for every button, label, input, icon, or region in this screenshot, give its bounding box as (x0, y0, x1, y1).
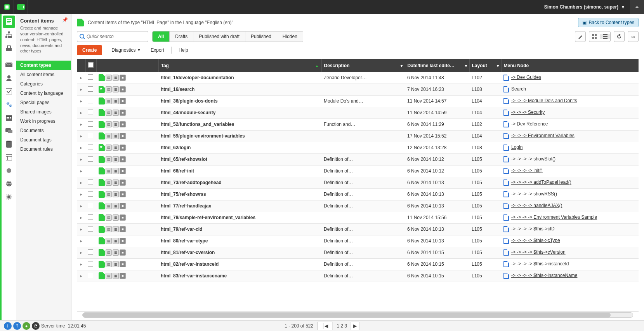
cell-menu-link[interactable]: Search (511, 86, 526, 92)
action-icon[interactable]: ■ (120, 191, 126, 197)
col-description[interactable]: Description▾ (321, 59, 405, 72)
row-checkbox[interactable] (88, 249, 93, 255)
page-next[interactable]: ▶ (351, 322, 359, 330)
filter-pill[interactable]: Published with draft (193, 31, 245, 42)
user-menu[interactable]: Simon Chambers (simonc, super) ▼ (540, 4, 630, 10)
action-icon[interactable]: ■ (120, 75, 126, 81)
action-icon[interactable]: ▤ (106, 168, 112, 174)
row-checkbox[interactable] (88, 191, 93, 197)
view-switch[interactable] (589, 31, 611, 42)
rail-mail-icon[interactable] (3, 59, 15, 71)
create-button[interactable]: Create (77, 45, 102, 55)
rail-clipboard-icon[interactable] (3, 138, 15, 150)
action-icon[interactable]: ▤ (106, 145, 112, 151)
action-icon[interactable]: ■ (120, 203, 126, 209)
expand-icon[interactable]: ▸ (79, 192, 83, 197)
page-first[interactable]: │◀ (317, 322, 333, 330)
row-checkbox[interactable] (88, 179, 93, 185)
search-input[interactable] (87, 34, 146, 39)
row-checkbox[interactable] (88, 203, 93, 208)
app-logo-tab[interactable] (0, 0, 14, 14)
sidebar-item[interactable]: Content by language (16, 89, 71, 98)
cell-menu-link[interactable]: -> -> -> -> addToPageHead() (511, 179, 571, 185)
cell-menu-link[interactable]: -> Dev Reference (511, 121, 548, 127)
row-checkbox[interactable] (88, 86, 93, 92)
action-icon[interactable]: ▦ (113, 110, 119, 116)
expand-icon[interactable]: ▸ (79, 145, 83, 150)
action-icon[interactable]: ■ (120, 145, 126, 151)
edit-view-button[interactable] (575, 31, 586, 42)
action-icon[interactable]: ▤ (106, 156, 112, 162)
cell-menu-link[interactable]: -> -> -> -> handleAJAX() (511, 203, 562, 208)
col-date[interactable]: Date/time last edite…▾ (405, 59, 469, 72)
help-menu[interactable]: Help (174, 45, 193, 55)
action-icon[interactable]: ▦ (113, 226, 119, 232)
cell-menu-link[interactable]: -> -> -> -> init() (511, 168, 543, 173)
action-icon[interactable]: ▦ (113, 168, 119, 174)
view-options-button[interactable]: ∞ (628, 31, 639, 42)
help-icon[interactable]: ? (13, 322, 21, 330)
action-icon[interactable]: ■ (120, 121, 126, 127)
action-icon[interactable]: ▦ (113, 191, 119, 197)
col-checkbox[interactable] (85, 59, 96, 72)
row-checkbox[interactable] (88, 121, 93, 127)
table-row[interactable]: ▸▤▦■html_83/ref-var-instancenameDefiniti… (77, 270, 639, 282)
action-icon[interactable]: ▦ (113, 261, 119, 267)
table-row[interactable]: ▸▤▦■html_16/search7 Nov 2014 16:23L108Se… (77, 84, 639, 95)
expand-icon[interactable]: ▸ (79, 203, 83, 209)
expand-icon[interactable]: ▸ (79, 261, 83, 267)
expand-icon[interactable]: ▸ (79, 250, 83, 255)
sidebar-item[interactable]: Categories (16, 79, 71, 89)
expand-icon[interactable]: ▸ (79, 122, 83, 127)
action-icon[interactable]: ■ (120, 273, 126, 279)
rail-paw-icon[interactable]: 🐾 (3, 98, 15, 111)
sidebar-item[interactable]: Content types (16, 61, 71, 70)
expand-icon[interactable]: ▸ (79, 110, 83, 115)
table-row[interactable]: ▸▤▦■html_82/ref-var-instanceidDefinition… (77, 258, 639, 270)
table-row[interactable]: ▸▤▦■html_77/ref-handleajaxDefinition of…… (77, 200, 639, 212)
col-tag[interactable]: Tag▲ (158, 59, 321, 72)
collapse-panel-icon[interactable] (630, 0, 644, 14)
action-icon[interactable]: ▦ (113, 214, 119, 221)
table-row[interactable]: ▸▤▦■html_1/developer-documentationZenari… (77, 72, 639, 84)
sidebar-item[interactable]: Document rules (16, 145, 71, 154)
action-icon[interactable]: ▤ (106, 86, 112, 92)
row-checkbox[interactable] (88, 110, 93, 115)
expand-icon[interactable]: ▸ (79, 75, 83, 80)
action-icon[interactable]: ■ (120, 261, 126, 267)
table-row[interactable]: ▸▤▦■html_80/ref-var-ctypeDefinition of…6… (77, 235, 639, 247)
table-row[interactable]: ▸▤▦■html_79/ref-var-cidDefinition of…6 N… (77, 223, 639, 235)
action-icon[interactable]: ▤ (106, 121, 112, 127)
cell-menu-link[interactable]: -> -> -> -> $this->cVersion (511, 249, 566, 255)
action-icon[interactable]: ▦ (113, 249, 119, 256)
action-icon[interactable]: ▤ (106, 273, 112, 279)
action-icon[interactable]: ■ (120, 133, 126, 139)
cell-menu-link[interactable]: -> -> -> Security (511, 110, 545, 115)
sidebar-item[interactable]: All content items (16, 70, 71, 79)
action-icon[interactable]: ▤ (106, 75, 112, 81)
rail-globe-icon[interactable] (3, 178, 15, 190)
action-icon[interactable]: ■ (120, 214, 126, 221)
back-link[interactable]: ▣ Back to Content types (578, 18, 639, 27)
action-icon[interactable]: ▤ (106, 249, 112, 256)
pin-icon[interactable]: 📌 (62, 17, 68, 23)
action-icon[interactable]: ▦ (113, 98, 119, 104)
rail-layout-icon[interactable] (3, 151, 15, 164)
row-checkbox[interactable] (88, 273, 93, 278)
table-row[interactable]: ▸▤▦■html_36/plugin-dos-dontsModule Do's … (77, 95, 639, 107)
action-icon[interactable]: ▦ (113, 238, 119, 244)
filter-pill[interactable]: All (153, 31, 170, 42)
table-row[interactable]: ▸▤▦■html_62/login12 Nov 2014 13:28L108Lo… (77, 142, 639, 153)
sidebar-item[interactable]: Document tags (16, 135, 71, 145)
row-checkbox[interactable] (88, 74, 93, 80)
action-icon[interactable]: ▤ (106, 191, 112, 197)
col-menu-node[interactable]: Menu Node (501, 59, 639, 72)
horizontal-scrollbar[interactable] (82, 312, 633, 318)
action-icon[interactable]: ■ (120, 168, 126, 174)
cell-menu-link[interactable]: -> -> -> -> $this->cID (511, 226, 555, 232)
secondary-tab[interactable] (14, 0, 28, 14)
action-icon[interactable]: ▦ (113, 145, 119, 151)
cell-menu-link[interactable]: -> -> -> -> showRSS() (511, 191, 557, 197)
action-icon[interactable]: ▤ (106, 203, 112, 209)
action-icon[interactable]: ▤ (106, 238, 112, 244)
